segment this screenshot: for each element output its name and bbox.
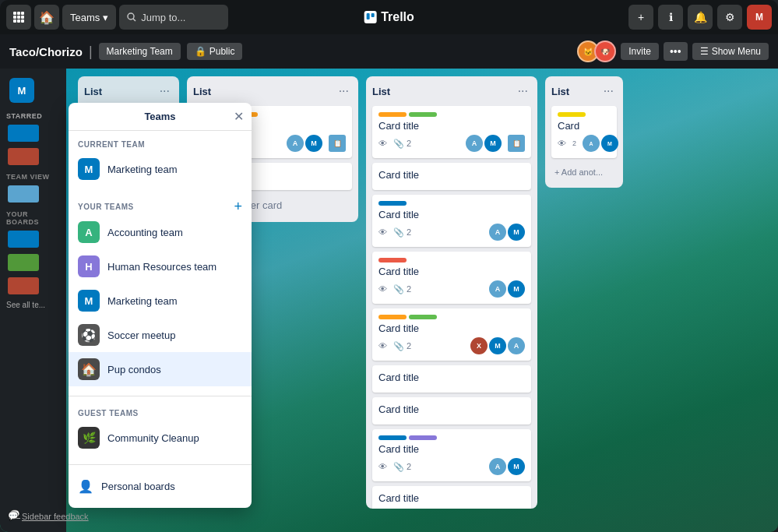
sidebar-item-1t[interactable] bbox=[3, 122, 63, 145]
soccer-team-name: Soccer meetup bbox=[107, 329, 175, 341]
card-2-8-title: Card title bbox=[378, 492, 525, 504]
sidebar: M Starred Team view Your Boards See all … bbox=[0, 69, 66, 532]
add-button[interactable]: + bbox=[628, 5, 653, 30]
sidebar-board-3[interactable] bbox=[3, 274, 63, 298]
show-menu-button[interactable]: ☰ Show Menu bbox=[692, 43, 769, 60]
card-2-1[interactable]: Card title bbox=[372, 163, 531, 190]
teams-panel-header: Teams ✕ bbox=[69, 103, 252, 131]
labels bbox=[378, 435, 525, 440]
teams-button[interactable]: Teams ▾ bbox=[62, 5, 116, 30]
personal-icon: 👤 bbox=[78, 479, 93, 494]
board-divider: | bbox=[89, 44, 93, 60]
list-2-header: List ··· bbox=[372, 83, 531, 100]
team-views-section: Team view bbox=[0, 168, 66, 182]
card-2-8[interactable]: Card title bbox=[372, 486, 531, 509]
card-2-2[interactable]: Card title 👁 📎 2 A M bbox=[372, 195, 531, 247]
card-2-0[interactable]: Card title 👁 📎 2 A M 📋 bbox=[372, 106, 531, 158]
board-title: Taco/Chorizo bbox=[9, 45, 83, 58]
home-button[interactable]: 🏠 bbox=[34, 5, 59, 30]
sidebar-team-view[interactable] bbox=[3, 182, 63, 206]
panel-divider-2 bbox=[69, 464, 252, 465]
hr-team-icon: H bbox=[78, 255, 100, 277]
board-thumb-1 bbox=[8, 125, 39, 142]
marketing-team-button[interactable]: Marketing Team bbox=[99, 43, 181, 60]
your-teams-section-title: Your Teams bbox=[69, 199, 143, 214]
guest-teams-section-title: Guest Teams bbox=[69, 406, 252, 421]
board-area: M Starred Team view Your Boards See all … bbox=[0, 69, 778, 532]
list-1-title: List bbox=[193, 86, 211, 97]
list-1-menu[interactable]: ··· bbox=[336, 83, 352, 100]
notification-button[interactable]: 🔔 bbox=[688, 5, 713, 30]
card-2-7[interactable]: Card title 👁 📎 2 A M bbox=[372, 429, 531, 481]
board-thumb-b1 bbox=[8, 231, 39, 248]
avatar-2[interactable]: 🐶 bbox=[594, 41, 616, 62]
board-thumb-tv bbox=[8, 185, 39, 203]
see-all-link[interactable]: See all te... bbox=[0, 298, 66, 312]
card-2-0-title: Card title bbox=[378, 120, 525, 132]
card-2-6[interactable]: Card title bbox=[372, 397, 531, 425]
sidebar-board-2[interactable] bbox=[3, 251, 63, 274]
list-2-menu[interactable]: ··· bbox=[515, 83, 531, 100]
settings-button[interactable]: ⚙ bbox=[717, 5, 742, 30]
apps-button[interactable] bbox=[6, 5, 31, 30]
card-3-0[interactable]: Card 👁 2 A M bbox=[551, 106, 617, 158]
list-2-title: List bbox=[372, 86, 390, 97]
info-button[interactable]: ℹ bbox=[658, 5, 683, 30]
labels bbox=[378, 258, 525, 262]
soccer-team-item[interactable]: ⚽ Soccer meetup bbox=[69, 318, 252, 352]
community-cleanup-item[interactable]: 🌿 Community Cleanup bbox=[69, 421, 252, 455]
personal-boards-item[interactable]: 👤 Personal boards bbox=[78, 474, 242, 499]
card-2-6-title: Card title bbox=[378, 403, 525, 415]
card-2-4[interactable]: Card title 👁 📎 2 X M A bbox=[372, 308, 531, 361]
marketing-team-item[interactable]: M Marketing team bbox=[69, 284, 252, 318]
sidebar-feedback-container: 💬 Sidebar feedback bbox=[0, 506, 97, 526]
list-2: List ··· Card title 👁 📎 2 A M 📋 bbox=[366, 76, 537, 509]
search-button[interactable]: Jump to... bbox=[119, 5, 228, 30]
marketing-team-icon: M bbox=[78, 290, 100, 312]
meta: 👁 📎 2 A M 📋 bbox=[378, 135, 525, 152]
labels bbox=[378, 315, 525, 319]
starred-section-title: Starred bbox=[0, 107, 66, 122]
svg-line-10 bbox=[133, 19, 136, 21]
list-3-add-card[interactable]: + Add anot... bbox=[551, 163, 617, 181]
card-2-1-title: Card title bbox=[378, 169, 525, 181]
card-2-2-title: Card title bbox=[378, 209, 525, 220]
sidebar-board-1[interactable] bbox=[3, 227, 63, 251]
card-3-0-title: Card bbox=[558, 120, 611, 132]
teams-label: Teams bbox=[70, 12, 100, 23]
current-team-item[interactable]: M Marketing team bbox=[69, 152, 252, 186]
member-avatars: 🐱 🐶 bbox=[577, 41, 616, 62]
card-2-3-title: Card title bbox=[378, 266, 525, 277]
list-0-title: List bbox=[84, 86, 102, 97]
teams-panel-close-button[interactable]: ✕ bbox=[234, 109, 244, 124]
list-0-menu[interactable]: ··· bbox=[157, 83, 173, 100]
visibility-label: Public bbox=[209, 46, 235, 57]
add-team-button[interactable]: + bbox=[234, 199, 242, 215]
board-thumb-b3 bbox=[8, 277, 39, 294]
trello-icon bbox=[364, 11, 376, 23]
invite-button[interactable]: Invite bbox=[621, 43, 659, 60]
sidebar-feedback-link[interactable]: 💬 Sidebar feedback bbox=[0, 506, 97, 526]
pup-condos-name: Pup condos bbox=[107, 364, 161, 375]
personal-section: 👤 Personal boards bbox=[69, 468, 252, 508]
sidebar-item-perso[interactable] bbox=[3, 145, 63, 168]
list-3-menu[interactable]: ··· bbox=[600, 83, 617, 100]
marketing-team-name: Marketing team bbox=[107, 295, 178, 307]
more-button[interactable]: ••• bbox=[664, 42, 688, 61]
visibility-button[interactable]: 🔒 Public bbox=[187, 43, 243, 60]
card-2-4-title: Card title bbox=[378, 322, 525, 334]
visibility-icon: 🔒 bbox=[195, 46, 206, 57]
card-2-3[interactable]: Card title 👁 📎 2 A M bbox=[372, 252, 531, 304]
pup-condos-item[interactable]: 🏠 Pup condos bbox=[69, 352, 252, 386]
current-team-name: Marketing team bbox=[107, 164, 178, 175]
accounting-team-icon: A bbox=[78, 221, 100, 243]
teams-panel: Teams ✕ Current Team M Marketing team Yo… bbox=[69, 103, 252, 508]
sidebar-user-row[interactable]: M bbox=[0, 73, 66, 107]
board-thumb-2 bbox=[8, 148, 39, 165]
accounting-team-name: Accounting team bbox=[107, 227, 183, 238]
card-2-5[interactable]: Card title bbox=[372, 365, 531, 393]
user-avatar[interactable]: M bbox=[747, 5, 772, 30]
hr-team-item[interactable]: H Human Resources team bbox=[69, 249, 252, 284]
svg-rect-8 bbox=[21, 19, 24, 23]
accounting-team-item[interactable]: A Accounting team bbox=[69, 215, 252, 249]
